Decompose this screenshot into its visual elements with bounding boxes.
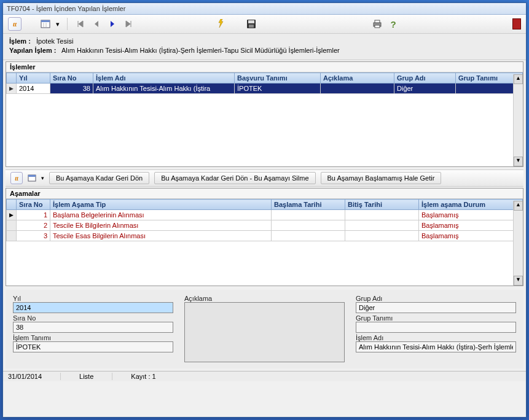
status-date: 31/01/2014 xyxy=(8,373,61,380)
table-row[interactable]: 2Tescile Ek Bilgilerin AlınmasıBaşlamamı… xyxy=(7,220,523,231)
col-islem-adi[interactable]: İşlem Adı xyxy=(93,73,235,84)
status-mode: Liste xyxy=(79,373,112,380)
nav-first-icon[interactable] xyxy=(74,17,87,31)
col-aciklama[interactable]: Açıklama xyxy=(321,73,394,84)
yil-label: Yıl xyxy=(13,295,21,302)
yil-field[interactable] xyxy=(13,302,173,313)
col-durum[interactable]: İşlem aşama Durum xyxy=(419,200,523,210)
svg-rect-9 xyxy=(375,25,380,28)
window-title: TF0704 - İşlem İçinden Yapılan İşlemler xyxy=(3,3,526,15)
nav-prev-icon[interactable] xyxy=(90,17,103,31)
yapilan-islem-value: Alım Hakkının Tesisi-Alım Hakkı (İştira)… xyxy=(61,47,340,54)
islem-value: İpotek Tesisi xyxy=(36,37,73,45)
main-toolbar: tt ▾ ? xyxy=(3,15,526,34)
help-icon[interactable]: ? xyxy=(386,17,400,31)
app-logo-icon: tt xyxy=(8,17,22,31)
scrollbar[interactable]: ▲▼ xyxy=(513,74,523,166)
col-bitis[interactable]: Bitiş Tarihi xyxy=(345,200,419,210)
islem-adi-label: İşlem Adı xyxy=(356,334,383,341)
baslamamis-button[interactable]: Bu Aşamayı Başlamamış Hale Getir xyxy=(321,172,442,184)
col-yil[interactable]: Yıl xyxy=(17,73,50,84)
col-sira[interactable]: Sıra No xyxy=(17,200,50,210)
islemler-grid: İşlemler Yıl Sıra No İşlem Adı Başvuru T… xyxy=(6,61,523,167)
calendar-icon[interactable] xyxy=(28,174,36,182)
svg-rect-8 xyxy=(375,20,380,23)
aciklama-label: Açıklama xyxy=(184,295,212,302)
info-panel: İşlem : İpotek Tesisi Yapılan İşlem : Al… xyxy=(3,34,526,60)
islem-label: İşlem : xyxy=(9,37,31,45)
grup-adi-field[interactable] xyxy=(356,302,516,313)
asamalar-grid: Aşamalar Sıra No İşlem Aşama Tip Başlama… xyxy=(6,188,523,286)
detail-form: Yıl Sıra No İşlem Tanımı Açıklama Grup A… xyxy=(6,290,523,368)
app-logo-icon: tt xyxy=(10,172,23,184)
svg-rect-6 xyxy=(249,25,254,28)
col-baslama[interactable]: Başlama Tarihi xyxy=(272,200,345,210)
execute-icon[interactable] xyxy=(214,17,227,31)
islemler-table[interactable]: Yıl Sıra No İşlem Adı Başvuru Tanımı Açı… xyxy=(6,72,523,94)
nav-next-icon[interactable] xyxy=(106,17,119,31)
col-sira[interactable]: Sıra No xyxy=(50,73,93,84)
close-icon[interactable] xyxy=(512,18,521,29)
table-row[interactable]: ▶1Başlama Belgelerinin AlınmasıBaşlamamı… xyxy=(7,210,523,220)
geri-don-button[interactable]: Bu Aşamaya Kadar Geri Dön xyxy=(49,172,149,184)
col-tip[interactable]: İşlem Aşama Tip xyxy=(50,200,272,210)
asamalar-table[interactable]: Sıra No İşlem Aşama Tip Başlama Tarihi B… xyxy=(6,199,523,241)
islem-tanimi-label: İşlem Tanımı xyxy=(13,334,51,341)
aciklama-field[interactable] xyxy=(184,302,345,362)
geri-don-silme-button[interactable]: Bu Aşamaya Kadar Geri Dön - Bu Aşamayı S… xyxy=(154,172,315,184)
grup-tanimi-field[interactable] xyxy=(356,322,516,333)
status-kayit: Kayıt : 1 xyxy=(131,373,155,380)
grup-tanimi-label: Grup Tanımı xyxy=(356,314,393,322)
col-basvuru[interactable]: Başvuru Tanımı xyxy=(235,73,321,84)
calendar-icon[interactable] xyxy=(39,17,52,31)
scrollbar[interactable]: ▲▼ xyxy=(513,201,523,286)
svg-rect-1 xyxy=(41,20,50,22)
asamalar-title: Aşamalar xyxy=(6,189,523,199)
sira-label: Sıra No xyxy=(13,314,36,322)
yapilan-islem-label: Yapılan İşlem : xyxy=(9,47,56,54)
col-grup-adi[interactable]: Grup Adı xyxy=(394,73,456,84)
status-bar: 31/01/2014 Liste Kayıt : 1 xyxy=(3,371,526,381)
islem-adi-field[interactable] xyxy=(356,341,516,352)
nav-last-icon[interactable] xyxy=(122,17,135,31)
table-row[interactable]: ▶ 2014 38 Alım Hakkının Tesisi-Alım Hakk… xyxy=(7,84,523,94)
print-icon[interactable] xyxy=(370,17,384,31)
sira-field[interactable] xyxy=(13,322,173,333)
islemler-title: İşlemler xyxy=(6,62,523,72)
grup-adi-label: Grup Adı xyxy=(356,295,382,302)
app-window: TF0704 - İşlem İçinden Yapılan İşlemler … xyxy=(2,2,527,418)
dropdown-arrow-icon[interactable]: ▾ xyxy=(55,17,61,31)
islem-tanimi-field[interactable] xyxy=(13,341,173,352)
stage-toolbar: tt ▾ Bu Aşamaya Kadar Geri Dön Bu Aşamay… xyxy=(6,169,523,187)
table-row[interactable]: 3Tescile Esas Bilgilerin AlınmasıBaşlama… xyxy=(7,231,523,241)
svg-rect-11 xyxy=(28,175,36,177)
save-icon[interactable] xyxy=(245,17,258,31)
svg-rect-5 xyxy=(248,20,254,23)
